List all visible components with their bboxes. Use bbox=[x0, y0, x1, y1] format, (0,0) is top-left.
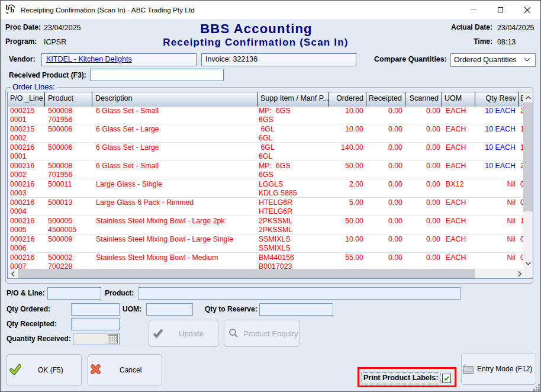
svg-text:s: s bbox=[7, 9, 9, 15]
svg-text:b: b bbox=[11, 6, 15, 14]
